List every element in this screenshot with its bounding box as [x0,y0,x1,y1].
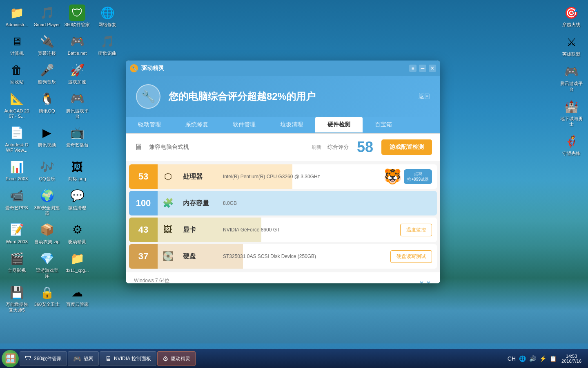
icon-qq[interactable]: 🐧 腾讯QQ [32,88,62,121]
icon-iqiyi[interactable]: 📺 爱奇艺播台 [62,122,92,155]
icon-game-boost[interactable]: 🚀 游戏加速 [62,59,92,87]
cpu-score: 53 [129,164,158,189]
gpu-detail: NVIDIA GeForce 8600 GT [219,227,397,233]
icon-dwf[interactable]: 📄 Autodesk DWF View... [2,122,31,155]
icon-360-software[interactable]: 🛡 360软件管家 [62,2,92,30]
tray-battery-icon: ⚡ [539,355,547,363]
gpu-score: 43 [129,218,158,242]
window-content: 🖥 兼容电脑台式机 刷新 综合评分 58 游戏配置检测 53 ⬡ 处理器 [126,134,440,283]
tab-hw-detect[interactable]: 硬件检测 [315,117,363,133]
window-menu-btn[interactable]: ≡ [409,65,416,72]
icon-smart-player[interactable]: 🎵 Smart Player [32,2,62,30]
start-orb[interactable]: 🪟 [2,350,19,367]
icon-listen-words[interactable]: 🎵 听歌识曲 [93,31,122,58]
tab-junk-clean[interactable]: 垃圾清理 [268,117,315,133]
window-header: 🔧 您的电脑综合评分超越82%的用户 返回 [126,76,440,117]
tab-driver-mgmt[interactable]: 驱动管理 [126,117,173,133]
speech-bubble: 点我 抢+999试器 [404,169,432,184]
icon-dx11[interactable]: 📁 dx11_xpg... [62,248,92,281]
icon-wechat-clean[interactable]: 💬 微信清理 [62,185,92,218]
icon-crossfire[interactable]: 🎯 穿越火线 [557,2,586,30]
icon-driver-wizard-desktop[interactable]: ⚙ 驱动精灵 [62,219,92,247]
tray-network-icon[interactable]: 🌐 [518,355,527,363]
battlenet-taskbar-icon: 🎮 [73,355,81,363]
cpu-detail: Intel(R) Pentium(R) CPU G3260 @ 3.30GHz [219,174,380,180]
window-titlebar: 🔧 驱动精灵 ≡ ─ ✕ [126,61,440,76]
temp-monitor-button[interactable]: 温度监控 [400,224,432,236]
refresh-label[interactable]: 刷新 [312,144,321,151]
tray-clipboard-icon: 📋 [549,355,557,363]
os-info: Windows 7 64位 [134,277,169,284]
game-detect-button[interactable]: 游戏配置检测 [381,139,432,155]
icon-kugou[interactable]: 🎤 酷狗音乐 [32,59,62,87]
taskbar-btn-driver[interactable]: ⚙ 驱动精灵 [157,351,196,366]
driver-taskbar-icon: ⚙ [163,355,168,363]
taskbar-btn-360[interactable]: 🛡 360软件管家 [20,351,67,366]
tray-ch-icon[interactable]: CH [507,355,517,363]
back-button[interactable]: 返回 [419,93,430,100]
scroll-down-button[interactable]: ⌄⌄ [418,276,432,283]
header-title: 您的电脑综合评分超越82%的用户 [169,90,410,103]
icon-tencent-platform-right[interactable]: 🎮 腾讯游戏平台 [557,61,586,94]
icon-qqmusic[interactable]: 🎶 QQ音乐 [32,156,62,184]
window-logo-icon: 🔧 [130,64,138,72]
icon-battlenet[interactable]: 🎮 Battle.net [62,31,92,58]
tab-software-mgmt[interactable]: 软件管理 [220,117,268,133]
icon-baidu-cloud[interactable]: ☁ 百度云管家 [62,282,92,315]
icon-tencent-game[interactable]: 🎮 腾讯游戏平台 [62,88,92,121]
window-title: 驱动精灵 [141,65,164,72]
icon-360browser[interactable]: 🌍 360安全浏览器 [32,185,62,218]
hardware-section: 53 ⬡ 处理器 Intel(R) Pentium(R) CPU G3260 @… [126,161,440,272]
icon-autocad[interactable]: 📐 AutoCAD 2007 - S... [2,88,31,121]
main-window: 🔧 驱动精灵 ≡ ─ ✕ 🔧 您的电脑综合评分超越82%的用户 返回 驱动管理 … [126,61,440,283]
hw-row-hdd: 37 💽 硬盘 ST325031 0AS SCSI Disk Device (2… [129,244,437,269]
icon-excel[interactable]: 📊 Excel 2003 [2,156,31,184]
icon-lol[interactable]: ⚔ 英雄联盟 [557,31,586,59]
icon-game-treasure[interactable]: 💎 逗游游戏宝库 [32,248,62,281]
window-close-btn[interactable]: ✕ [429,65,436,72]
window-tabs: 驱动管理 系统修复 软件管理 垃圾清理 硬件检测 百宝箱 [126,117,440,134]
icon-auto-clothes[interactable]: 📦 自动衣架.zip [32,219,62,247]
icon-computer[interactable]: 🖥 计算机 [2,31,31,58]
icon-word2003[interactable]: 📝 Word 2003 [2,219,31,247]
icon-network-repair[interactable]: 🌐 网络修复 [93,2,122,30]
ram-name: 内存容量 [183,199,216,208]
icon-trademark[interactable]: 🖼 商标.png [62,156,92,184]
score-label: 综合评分 [327,144,349,151]
hw-row-cpu: 53 ⬡ 处理器 Intel(R) Pentium(R) CPU G3260 @… [129,164,437,189]
icon-broadband[interactable]: 🔌 宽带连接 [32,31,62,58]
computer-name: 兼容电脑台式机 [149,144,305,151]
tab-tools[interactable]: 百宝箱 [363,117,404,133]
window-minimize-btn[interactable]: ─ [419,65,426,72]
system-clock[interactable]: 14:53 2016/7/16 [559,353,584,364]
gpu-name: 显卡 [183,226,216,234]
header-tool-icon: 🔧 [136,84,160,109]
icon-all-video[interactable]: 🎬 全网影视 [2,248,31,281]
taskbar-btn-nvidia[interactable]: 🖥 NVIDIA 控制面板 [100,351,156,366]
taskbar: 🪟 🛡 360软件管家 🎮 战网 🖥 NVIDIA 控制面板 ⚙ 驱动精灵 CH… [0,349,588,368]
hw-row-gpu: 43 🖼 显卡 NVIDIA GeForce 8600 GT 温度监控 [129,218,437,242]
window-bottom-bar: Windows 7 64位 ⌄⌄ [126,272,440,283]
hdd-rw-test-button[interactable]: 硬盘读写测试 [390,250,432,263]
icon-wanfu[interactable]: 💾 万能数据恢复大师5 [2,282,31,315]
taskbar-btn-battlenet[interactable]: 🎮 战网 [68,351,99,366]
tray-sound-icon[interactable]: 🔊 [528,355,537,363]
tab-sys-repair[interactable]: 系统修复 [173,117,220,133]
system-tray: CH 🌐 🔊 ⚡ 📋 14:53 2016/7/16 [504,353,586,364]
ram-detail: 8.0GB [219,200,432,206]
icon-underground[interactable]: 🏰 地下城与勇士 [557,96,586,129]
icon-pps[interactable]: 📹 爱奇艺PPS [2,185,31,218]
icon-overwatch[interactable]: 🦸 守望先锋 [557,131,586,159]
hdd-score: 37 [129,244,158,269]
icon-360security[interactable]: 🔒 360安全卫士 [32,282,62,315]
hdd-name: 硬盘 [183,252,216,261]
icon-tencent-video[interactable]: ▶ 腾讯视频 [32,122,62,155]
desktop: 📁 Administr... 🎵 Smart Player 🛡 360软件管家 … [0,0,588,368]
desktop-icons-right: 🎯 穿越火线 ⚔ 英雄联盟 🎮 腾讯游戏平台 🏰 地下城与勇士 🦸 守望先锋 [557,2,586,159]
score-value: 58 [357,139,373,156]
icon-administrator[interactable]: 📁 Administr... [2,2,31,30]
icon-recycle[interactable]: 🗑 回收站 [2,59,31,87]
360-taskbar-icon: 🛡 [25,355,31,362]
ram-score: 100 [129,191,158,215]
window-controls: ≡ ─ ✕ [409,65,436,72]
